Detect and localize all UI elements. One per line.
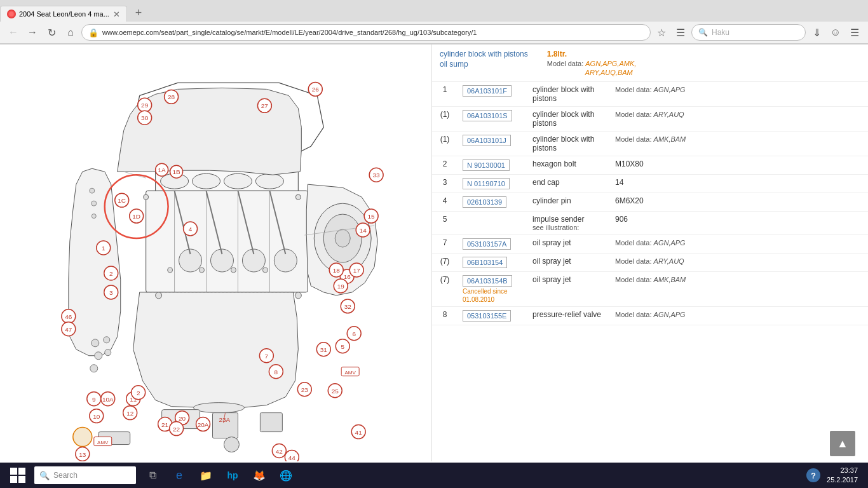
part-number-box[interactable]: 026103139 bbox=[463, 196, 506, 208]
badge-10a: 10A bbox=[102, 396, 114, 403]
model-data: Model data: AMK,BAM bbox=[615, 135, 863, 144]
part-number-cell[interactable]: 06A103101F bbox=[458, 82, 527, 107]
taskbar-app-folder[interactable]: 📁 bbox=[193, 464, 219, 487]
part-number-box[interactable]: 06A103101F bbox=[463, 85, 512, 97]
taskbar-apps: ⧉ e 📁 hp 🦊 🌐 bbox=[140, 464, 803, 487]
badge-33: 33 bbox=[373, 172, 381, 179]
active-tab[interactable]: 2004 Seat Leon/Leon 4 ma... ✕ bbox=[0, 6, 127, 22]
menu-button[interactable]: ☰ bbox=[846, 24, 863, 41]
download-button[interactable]: ⇓ bbox=[808, 24, 825, 41]
date-display: 25.2.2017 bbox=[827, 475, 858, 485]
badge-5: 5 bbox=[341, 343, 344, 350]
part-position: (1) bbox=[432, 132, 458, 156]
part-number-cell[interactable]: 053103155E bbox=[458, 307, 527, 325]
time-display: 23:37 bbox=[827, 466, 858, 475]
part-description: end cap bbox=[527, 175, 610, 193]
part-number-cell[interactable]: N 90130001 bbox=[458, 156, 527, 175]
badge-30: 30 bbox=[141, 114, 149, 121]
part-number-box[interactable]: N 90130001 bbox=[463, 159, 510, 171]
search-placeholder: Haku bbox=[712, 28, 729, 37]
svg-point-25 bbox=[295, 194, 301, 200]
svg-point-32 bbox=[90, 188, 95, 193]
part-quantity: 906 bbox=[615, 215, 628, 224]
badge-18: 18 bbox=[333, 267, 341, 274]
part-number-box[interactable]: 06A103101S bbox=[463, 110, 512, 121]
back-button[interactable]: ← bbox=[5, 24, 22, 41]
table-row: 4026103139cylinder pin6M6X20 bbox=[432, 193, 868, 212]
part-number-box[interactable]: N 01190710 bbox=[463, 178, 510, 189]
part-number-cell[interactable]: 053103157A bbox=[458, 235, 527, 254]
svg-point-24 bbox=[144, 194, 149, 200]
start-button[interactable] bbox=[5, 464, 31, 487]
part-number-cell[interactable]: 06A103101J bbox=[458, 132, 527, 156]
model-label: Model data: bbox=[547, 60, 583, 67]
badge-2b: 2 bbox=[137, 390, 140, 396]
taskbar-app-firefox[interactable]: 🦊 bbox=[247, 464, 272, 487]
table-row: 3N 01190710end cap14 bbox=[432, 175, 868, 193]
bookmarks-button[interactable]: ☆ bbox=[653, 24, 670, 41]
nav-bar: ← → ↻ ⌂ 🔒 www.oemepc.com/seat/part_singl… bbox=[0, 22, 868, 44]
part-number-cell[interactable]: 06B103154 bbox=[458, 254, 527, 272]
part-position: 4 bbox=[432, 193, 458, 212]
taskbar-app-task-view[interactable]: ⧉ bbox=[140, 464, 165, 487]
reload-button[interactable]: ↻ bbox=[43, 24, 60, 41]
part-number-box[interactable]: 06A103154B bbox=[463, 275, 512, 287]
part-quantity: 14 bbox=[615, 178, 623, 187]
part-number-box[interactable]: 053103157A bbox=[463, 238, 511, 250]
badge-31: 31 bbox=[320, 346, 328, 353]
taskbar-app-ie[interactable]: e bbox=[166, 464, 192, 487]
model-data: Model data: AGN,APG bbox=[615, 238, 863, 247]
parts-diagram: 1A 1B 1C 1D 1 2 3 4 5 bbox=[0, 44, 431, 461]
table-row: (1)06A103101Jcylinder block with pistons… bbox=[432, 132, 868, 156]
filter-row: cylinder block with pistons oil sump 1.8… bbox=[440, 50, 860, 76]
part-qty-model: Model data: AGN,APG bbox=[610, 82, 868, 107]
table-row: 7053103157Aoil spray jetModel data: AGN,… bbox=[432, 235, 868, 254]
taskbar-app-hp[interactable]: hp bbox=[220, 464, 245, 487]
parts-panel[interactable]: cylinder block with pistons oil sump 1.8… bbox=[432, 44, 868, 461]
home-button[interactable]: ⌂ bbox=[62, 24, 79, 41]
part-qty-model: Model data: ARY,AUQ bbox=[610, 107, 868, 132]
badge-15: 15 bbox=[368, 213, 376, 220]
taskbar-app-extra[interactable]: 🌐 bbox=[273, 464, 299, 487]
back-to-top-button[interactable]: ▲ bbox=[830, 431, 855, 456]
taskbar-search-text: Search bbox=[53, 471, 78, 480]
tray-help-icon[interactable]: ? bbox=[806, 468, 820, 482]
badge-1c: 1C bbox=[118, 197, 126, 204]
reader-mode-button[interactable]: ☰ bbox=[672, 24, 689, 41]
svg-point-30 bbox=[262, 268, 268, 273]
filter-link-cylinder[interactable]: cylinder block with pistons bbox=[440, 50, 528, 58]
badge-19: 19 bbox=[337, 283, 345, 290]
part-number-cell[interactable]: 026103139 bbox=[458, 193, 527, 212]
svg-point-22 bbox=[335, 229, 350, 247]
part-number-box[interactable]: 053103155E bbox=[463, 310, 511, 322]
part-description: cylinder block with pistons bbox=[527, 107, 610, 132]
part-quantity: 6M6X20 bbox=[615, 196, 644, 205]
filter-link-oil-sump[interactable]: oil sump bbox=[440, 60, 528, 69]
part-description: oil spray jet bbox=[527, 272, 610, 307]
search-icon: 🔍 bbox=[698, 28, 708, 37]
address-bar[interactable]: 🔒 www.oemepc.com/seat/part_single/catalo… bbox=[81, 24, 651, 41]
part-number-cell[interactable]: N 01190710 bbox=[458, 175, 527, 193]
table-row: 8053103155Epressure-relief valveModel da… bbox=[432, 307, 868, 325]
part-description: oil spray jet bbox=[527, 254, 610, 272]
badge-32: 32 bbox=[344, 303, 352, 310]
badge-28: 28 bbox=[168, 93, 175, 100]
part-number-box[interactable]: 06B103154 bbox=[463, 257, 507, 268]
model-data: Model data: ARY,AUQ bbox=[615, 257, 863, 266]
forward-button[interactable]: → bbox=[24, 24, 41, 41]
part-number-cell[interactable]: 06A103154BCancelled since01.08.2010 bbox=[458, 272, 527, 307]
part-number-cell[interactable]: 06A103101S bbox=[458, 107, 527, 132]
tab-title: 2004 Seat Leon/Leon 4 ma... bbox=[19, 10, 109, 18]
new-tab-button[interactable]: + bbox=[130, 4, 147, 22]
svg-point-39 bbox=[90, 365, 98, 372]
profile-button[interactable]: ☺ bbox=[827, 24, 844, 41]
part-number-box[interactable]: 06A103101J bbox=[463, 135, 511, 146]
close-tab-button[interactable]: ✕ bbox=[113, 10, 120, 18]
search-box[interactable]: 🔍 Haku bbox=[691, 24, 806, 41]
badge-8: 8 bbox=[275, 369, 278, 376]
model-data: Model data: ARY,AUQ bbox=[615, 110, 863, 119]
part-number-cell[interactable] bbox=[458, 212, 527, 235]
table-row: (7)06A103154BCancelled since01.08.2010oi… bbox=[432, 272, 868, 307]
taskbar-search[interactable]: 🔍 Search bbox=[34, 466, 136, 484]
filter-col-values: 1.8ltr. Model data: AGN,APG,AMK, ARY,AUQ… bbox=[547, 50, 637, 76]
